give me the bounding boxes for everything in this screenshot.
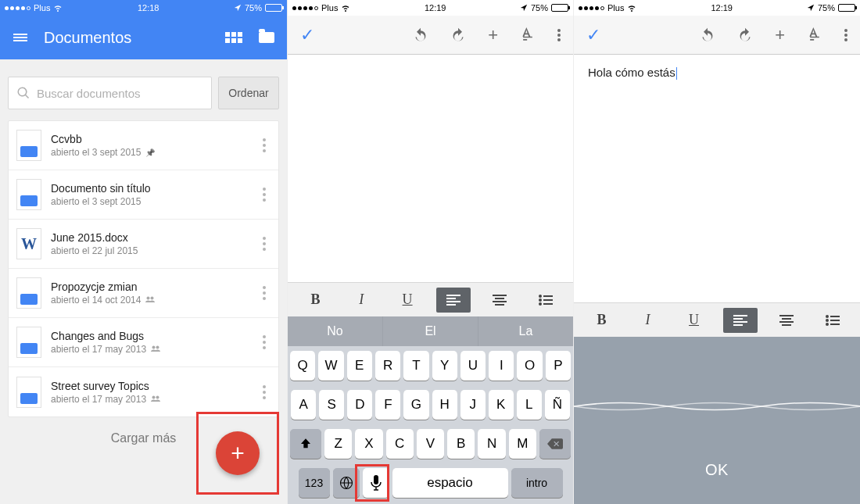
- document-subtitle: abierto el 17 may 2013: [51, 344, 247, 355]
- key-d[interactable]: D: [347, 390, 372, 420]
- menu-button[interactable]: [11, 28, 30, 47]
- key-r[interactable]: R: [375, 351, 400, 381]
- screen-editor-voice: Plus 12:19 75% ✓ + Hola cómo estás B I U: [573, 0, 860, 504]
- battery-icon: [265, 4, 282, 12]
- key-h[interactable]: H: [432, 390, 457, 420]
- key-y[interactable]: Y: [432, 351, 457, 381]
- signal-dots-icon: [292, 6, 318, 10]
- more-button[interactable]: [844, 27, 847, 43]
- align-center-button[interactable]: [482, 288, 517, 313]
- done-button[interactable]: ✓: [300, 25, 314, 45]
- italic-button[interactable]: I: [344, 288, 378, 313]
- suggestion-3[interactable]: La: [478, 316, 573, 346]
- key-b[interactable]: B: [447, 429, 475, 459]
- grid-icon: [225, 32, 242, 43]
- underline-button[interactable]: U: [677, 308, 711, 333]
- document-title: Propozycje zmian: [51, 281, 247, 293]
- backspace-key[interactable]: [539, 429, 571, 459]
- key-t[interactable]: T: [403, 351, 428, 381]
- key-w[interactable]: W: [318, 351, 343, 381]
- document-row[interactable]: Ccvbbabierto el 3 sept 2015📌: [9, 121, 278, 170]
- key-m[interactable]: M: [509, 429, 536, 459]
- insert-button[interactable]: +: [488, 25, 498, 45]
- bold-button[interactable]: B: [298, 288, 332, 313]
- folder-button[interactable]: [257, 28, 276, 47]
- key-f[interactable]: F: [375, 390, 400, 420]
- row-more-button[interactable]: [256, 138, 272, 152]
- key-e[interactable]: E: [347, 351, 372, 381]
- new-document-fab[interactable]: +: [216, 431, 260, 475]
- document-subtitle: abierto el 14 oct 2014: [51, 295, 247, 306]
- svg-point-32: [826, 319, 829, 322]
- voice-input-panel: OK: [574, 337, 860, 504]
- align-left-button[interactable]: [436, 288, 471, 313]
- return-key[interactable]: intro: [511, 468, 563, 498]
- suggestion-2[interactable]: El: [383, 316, 478, 346]
- done-button[interactable]: ✓: [586, 25, 600, 45]
- key-x[interactable]: X: [355, 429, 382, 459]
- undo-button[interactable]: [413, 27, 428, 43]
- key-ñ[interactable]: Ñ: [545, 390, 570, 420]
- redo-button[interactable]: [450, 27, 466, 43]
- underline-button[interactable]: U: [390, 288, 425, 313]
- voice-ok-button[interactable]: OK: [705, 461, 729, 479]
- redo-button[interactable]: [737, 27, 753, 43]
- sort-button[interactable]: Ordenar: [218, 77, 279, 109]
- key-g[interactable]: G: [403, 390, 428, 420]
- view-grid-button[interactable]: [224, 28, 243, 47]
- document-canvas[interactable]: Hola cómo estás: [574, 55, 860, 302]
- word-doc-icon: W: [16, 228, 41, 259]
- key-o[interactable]: O: [517, 351, 542, 381]
- bullet-list-button[interactable]: [815, 308, 850, 333]
- document-row[interactable]: Changes and Bugsabierto el 17 may 2013: [9, 318, 278, 367]
- row-more-button[interactable]: [256, 237, 272, 251]
- bullet-list-button[interactable]: [529, 288, 563, 313]
- search-input[interactable]: Buscar documentos: [8, 77, 212, 109]
- align-center-button[interactable]: [769, 308, 804, 333]
- align-left-button[interactable]: [723, 308, 758, 333]
- document-row[interactable]: Street survey Topicsabierto el 17 may 20…: [9, 367, 278, 416]
- row-more-button[interactable]: [256, 335, 272, 349]
- key-l[interactable]: L: [517, 390, 542, 420]
- document-row[interactable]: Documento sin títuloabierto el 3 sept 20…: [9, 170, 278, 220]
- key-i[interactable]: I: [489, 351, 514, 381]
- battery-pct: 75%: [818, 3, 835, 13]
- shared-icon: [151, 394, 160, 405]
- italic-button[interactable]: I: [631, 308, 665, 333]
- key-c[interactable]: C: [386, 429, 414, 459]
- row-more-button[interactable]: [256, 188, 272, 202]
- suggestion-1[interactable]: No: [288, 316, 383, 346]
- insert-button[interactable]: +: [775, 25, 785, 45]
- document-row[interactable]: Propozycje zmianabierto el 14 oct 2014: [9, 269, 278, 318]
- space-key[interactable]: espacio: [392, 468, 508, 498]
- key-z[interactable]: Z: [324, 429, 352, 459]
- document-subtitle: abierto el 22 jul 2015: [51, 245, 247, 256]
- document-list: Ccvbbabierto el 3 sept 2015📌Documento si…: [8, 120, 279, 417]
- svg-point-14: [539, 295, 542, 298]
- more-button[interactable]: [557, 27, 561, 43]
- text-format-button[interactable]: [520, 27, 536, 43]
- key-k[interactable]: K: [489, 390, 514, 420]
- text-format-button[interactable]: [807, 27, 822, 43]
- key-p[interactable]: P: [546, 351, 571, 381]
- key-s[interactable]: S: [319, 390, 344, 420]
- document-canvas[interactable]: [288, 55, 573, 282]
- shift-icon: [299, 438, 312, 450]
- bold-button[interactable]: B: [585, 308, 619, 333]
- key-v[interactable]: V: [417, 429, 444, 459]
- row-more-button[interactable]: [256, 385, 272, 399]
- key-q[interactable]: Q: [290, 351, 315, 381]
- key-u[interactable]: U: [460, 351, 486, 381]
- svg-rect-12: [493, 301, 507, 302]
- key-a[interactable]: A: [291, 390, 316, 420]
- svg-point-16: [539, 298, 542, 302]
- numbers-key[interactable]: 123: [299, 468, 330, 498]
- svg-rect-24: [733, 321, 747, 323]
- document-row[interactable]: WJune 2015.docxabierto el 22 jul 2015: [9, 220, 278, 269]
- svg-rect-33: [830, 320, 840, 321]
- row-more-button[interactable]: [256, 286, 272, 300]
- key-j[interactable]: J: [460, 390, 486, 420]
- undo-button[interactable]: [700, 27, 715, 43]
- key-n[interactable]: N: [478, 429, 505, 459]
- shift-key[interactable]: [290, 429, 321, 459]
